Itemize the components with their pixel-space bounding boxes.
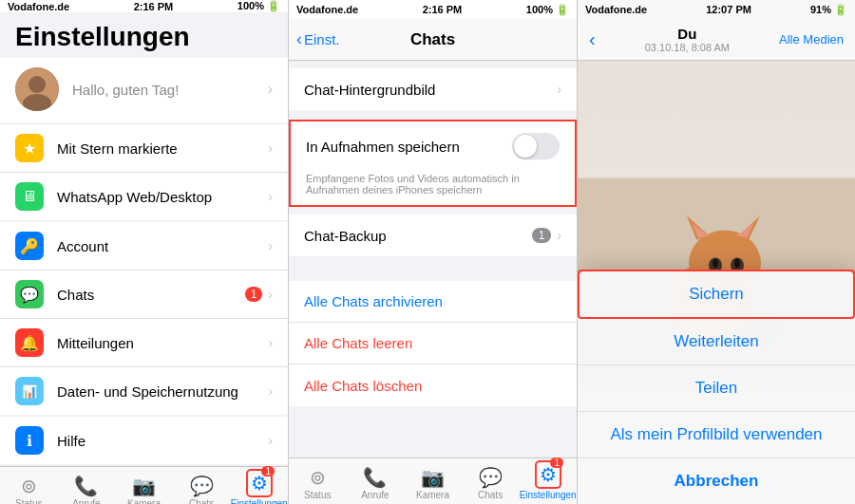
calls-tab-icon: 📞 [74, 475, 98, 497]
context-profile-item[interactable]: Als mein Profilbild verwenden [578, 412, 855, 458]
context-save-item[interactable]: Sichern [578, 270, 855, 319]
save-to-camera-label: In Aufnahmen speichern [306, 139, 512, 155]
context-save-label: Sichern [689, 285, 744, 304]
tab-label-camera: Kamera [127, 498, 161, 504]
media-image-area: Sichern Weiterleiten Teilen Als mein Pro… [578, 61, 855, 504]
backup-badge: 1 [532, 228, 552, 243]
desktop-icon: 🖥 [15, 182, 44, 211]
nav-title-chats: Chats [410, 30, 455, 49]
time-label-2: 2:16 PM [423, 4, 463, 15]
status-tab-icon: ⊚ [21, 475, 37, 497]
settings-item-data[interactable]: 📊 Daten- und Speichernutzung › [0, 367, 288, 415]
context-cancel-label: Abbrechen [674, 472, 759, 491]
settings-item-chats[interactable]: 💬 Chats 1 › [0, 271, 288, 319]
chat-icon: 💬 [15, 280, 44, 308]
clear-all-item[interactable]: Alle Chats leeren [289, 323, 577, 364]
save-to-camera-desc: Empfangene Fotos und Videos automatisch … [291, 171, 575, 205]
chats-icon-2: 💬 [479, 466, 503, 489]
settings-header: Einstellungen [0, 12, 288, 58]
info-icon: ℹ [15, 426, 44, 455]
context-forward-item[interactable]: Weiterleiten [578, 319, 855, 365]
chat-wallpaper-label: Chat-Hintergrundbild [304, 82, 557, 98]
delete-all-item[interactable]: Alle Chats löschen [289, 364, 577, 406]
battery-label-2: 100% 🔋 [526, 4, 569, 16]
svg-point-16 [712, 259, 718, 269]
key-icon: 🔑 [15, 232, 44, 260]
chevron-icon-6: › [268, 383, 273, 399]
tab-camera-2[interactable]: 📷 Kamera [404, 462, 462, 500]
status-bar-2: Vodafone.de 2:16 PM 100% 🔋 [289, 0, 577, 19]
settings-item-account[interactable]: 🔑 Account › [0, 222, 288, 271]
context-profile-label: Als mein Profilbild verwenden [611, 425, 823, 444]
back-button-media[interactable]: ‹ [589, 28, 596, 50]
tab-label-chats: Chats [189, 498, 214, 504]
tab-camera-1[interactable]: 📷 Kamera [115, 471, 173, 504]
carrier-3: Vodafone.de [585, 4, 647, 15]
back-button[interactable]: ‹ Einst. [296, 29, 340, 49]
profile-section: Hallo, guten Tag! › [0, 58, 288, 122]
save-to-camera-toggle[interactable] [512, 133, 560, 159]
chats-tab-icon: 💬 [190, 475, 214, 497]
camera-tab-icon: 📷 [132, 475, 156, 497]
context-share-item[interactable]: Teilen [578, 365, 855, 412]
settings-label-help: Hilfe [57, 433, 268, 449]
context-share-label: Teilen [695, 379, 737, 398]
time-label: 2:16 PM [134, 1, 174, 12]
save-to-camera-toggle-row: In Aufnahmen speichern [291, 121, 575, 171]
settings-label-webdesktop: WhatsApp Web/Desktop [57, 189, 268, 205]
chevron-backup: › [557, 228, 561, 243]
tab-label-settings-2: Einstellungen [520, 490, 577, 500]
tab-label-settings: Einstellungen [231, 498, 288, 504]
tab-settings-2[interactable]: ⚙ 1 Einstellungen [519, 457, 577, 500]
tab-status-1[interactable]: ⊚ Status [0, 471, 58, 504]
profile-greeting: Hallo, guten Tag! [72, 82, 268, 98]
settings-section-3: ℹ Hilfe › [0, 417, 288, 464]
tab-label-calls: Anrufe [72, 498, 100, 504]
settings-item-webdesktop[interactable]: 🖥 WhatsApp Web/Desktop › [0, 173, 288, 220]
tab-status-2[interactable]: ⊚ Status [289, 462, 347, 500]
camera-icon-2: 📷 [421, 466, 445, 489]
context-menu: Sichern Weiterleiten Teilen Als mein Pro… [578, 270, 855, 504]
settings-badge: 1 [261, 466, 275, 476]
svg-point-17 [734, 259, 740, 269]
tab-chats-2[interactable]: 💬 Chats [462, 462, 520, 500]
chat-backup-section: Chat-Backup 1 › [289, 215, 577, 256]
tab-label-chats-2: Chats [478, 490, 503, 500]
carrier-label-2: Vodafone.de [296, 4, 358, 15]
star-icon: ★ [15, 134, 44, 162]
save-to-camera-section: In Aufnahmen speichern Empfangene Fotos … [289, 120, 577, 207]
battery-3: 91% 🔋 [810, 4, 847, 16]
archive-all-item[interactable]: Alle Chats archivieren [289, 281, 577, 323]
tab-calls-1[interactable]: 📞 Anrufe [58, 471, 116, 504]
settings-section-1: ★ Mit Stern markierte › 🖥 WhatsApp Web/D… [0, 124, 288, 220]
archive-all-label: Alle Chats archivieren [304, 293, 561, 309]
battery-label: 100% 🔋 [238, 0, 280, 12]
tab-label-calls-2: Anrufe [361, 490, 389, 500]
chat-wallpaper-item[interactable]: Chat-Hintergrundbild › [289, 68, 577, 110]
avatar [15, 67, 59, 111]
tab-chats-1[interactable]: 💬 Chats [173, 471, 231, 504]
settings-label-starred: Mit Stern markierte [57, 140, 268, 157]
alle-medien-button[interactable]: Alle Medien [779, 32, 844, 47]
chat-wallpaper-section: Chat-Hintergrundbild › [289, 68, 577, 110]
nav-bar-chats: ‹ Einst. Chats [289, 19, 577, 61]
panel-chats-settings: Vodafone.de 2:16 PM 100% 🔋 ‹ Einst. Chat… [289, 0, 578, 504]
chevron-wallpaper: › [557, 82, 561, 97]
chat-backup-label: Chat-Backup [304, 228, 532, 244]
settings-badge-2: 1 [550, 457, 563, 468]
carrier-label: Vodafone.de [8, 1, 69, 12]
settings-item-help[interactable]: ℹ Hilfe › [0, 417, 288, 464]
settings-label-account: Account [57, 238, 268, 254]
chevron-icon: › [268, 140, 273, 156]
status-bar-1: Vodafone.de 2:16 PM 100% 🔋 [0, 0, 288, 12]
chart-icon: 📊 [15, 377, 44, 405]
context-cancel-item[interactable]: Abbrechen [578, 458, 855, 504]
settings-label-chats: Chats [57, 287, 245, 303]
tab-settings-1[interactable]: ⚙ 1 Einstellungen [230, 465, 288, 504]
settings-item-notifications[interactable]: 🔔 Mitteilungen › [0, 319, 288, 367]
chat-backup-item[interactable]: Chat-Backup 1 › [289, 215, 577, 256]
panel-media-view: Vodafone.de 12:07 PM 91% 🔋 ‹ Du 03.10.18… [578, 0, 855, 504]
profile-row[interactable]: Hallo, guten Tag! › [0, 58, 288, 121]
settings-item-starred[interactable]: ★ Mit Stern markierte › [0, 124, 288, 173]
tab-calls-2[interactable]: 📞 Anrufe [347, 462, 405, 500]
